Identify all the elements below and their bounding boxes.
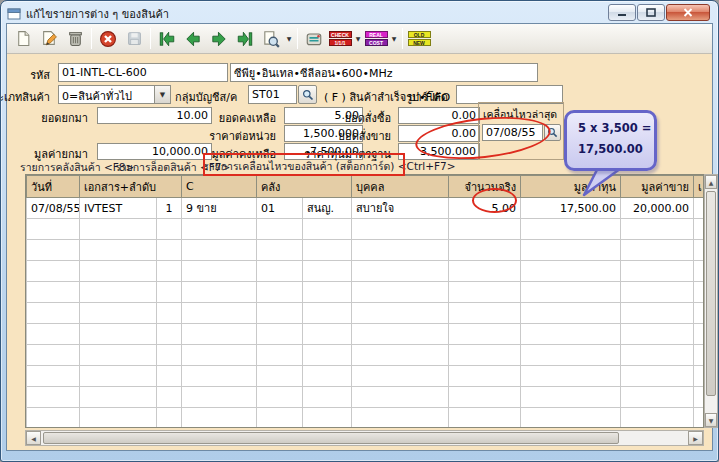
table-cell[interactable] <box>182 345 257 366</box>
table-cell[interactable]: 17,500.00 <box>521 198 621 219</box>
product-name-input[interactable] <box>230 63 538 82</box>
table-cell[interactable] <box>80 345 157 366</box>
table-cell[interactable] <box>182 303 257 324</box>
table-cell[interactable] <box>449 345 521 366</box>
table-cell[interactable] <box>80 261 157 282</box>
table-cell[interactable] <box>27 387 80 408</box>
table-cell[interactable] <box>182 219 257 240</box>
check-stock-dropdown-caret[interactable]: ▼ <box>353 26 363 51</box>
table-cell[interactable] <box>521 345 621 366</box>
table-cell[interactable]: 5.00 <box>449 198 521 219</box>
table-cell[interactable]: 20,000.00 <box>621 198 694 219</box>
table-cell[interactable] <box>621 366 694 387</box>
table-cell[interactable] <box>257 261 303 282</box>
table-cell[interactable] <box>303 219 352 240</box>
purchase-order-input[interactable] <box>398 107 480 124</box>
edit-button[interactable] <box>36 26 62 51</box>
table-cell[interactable] <box>27 282 80 303</box>
table-empty-row[interactable] <box>27 282 705 303</box>
table-cell[interactable] <box>449 282 521 303</box>
note-button[interactable] <box>301 26 327 51</box>
table-cell[interactable] <box>621 387 694 408</box>
stock-table[interactable]: วันที่เอกสาร+ลำดับCคลังบุคคลจำนวนจริงมูล… <box>26 175 704 428</box>
real-cost-dropdown-caret[interactable]: ▼ <box>389 26 399 51</box>
table-cell[interactable] <box>521 240 621 261</box>
account-group-input[interactable] <box>248 85 297 104</box>
table-cell[interactable] <box>157 345 182 366</box>
table-cell[interactable] <box>257 345 303 366</box>
table-cell[interactable] <box>521 282 621 303</box>
table-cell[interactable] <box>521 303 621 324</box>
table-cell[interactable] <box>303 303 352 324</box>
column-header[interactable]: มูลค่าทุน <box>521 176 621 198</box>
table-cell[interactable] <box>521 408 621 429</box>
table-cell[interactable] <box>352 303 449 324</box>
preview-button[interactable] <box>258 26 284 51</box>
brought-forward-value-input[interactable] <box>97 143 212 160</box>
table-cell[interactable] <box>621 324 694 345</box>
real-cost-button[interactable]: REAL COST <box>363 26 389 51</box>
account-group-lookup-button[interactable] <box>298 85 317 104</box>
table-cell[interactable] <box>27 219 80 240</box>
table-cell[interactable] <box>352 261 449 282</box>
table-cell[interactable] <box>449 324 521 345</box>
standard-cost-input[interactable] <box>398 143 480 160</box>
scroll-right-icon[interactable]: ▶ <box>688 431 703 445</box>
table-cell[interactable] <box>80 408 157 429</box>
new-document-button[interactable] <box>10 26 36 51</box>
minimize-button[interactable] <box>608 4 636 21</box>
table-cell[interactable] <box>182 366 257 387</box>
table-cell[interactable]: สบายใจ <box>352 198 449 219</box>
table-empty-row[interactable] <box>27 261 705 282</box>
table-cell[interactable]: IVTEST <box>80 198 157 219</box>
table-cell[interactable] <box>303 345 352 366</box>
horizontal-scrollbar[interactable]: ◀ ▶ <box>25 430 704 446</box>
table-cell[interactable] <box>27 408 80 429</box>
combo-arrow-icon[interactable]: ▼ <box>154 86 170 103</box>
table-cell[interactable] <box>182 261 257 282</box>
column-header[interactable]: เอกสาร+ลำดับ <box>80 176 182 198</box>
table-cell[interactable] <box>521 219 621 240</box>
table-cell[interactable] <box>157 387 182 408</box>
column-header[interactable]: จำนวนจริง <box>449 176 521 198</box>
table-cell[interactable] <box>157 324 182 345</box>
table-cell[interactable] <box>27 240 80 261</box>
previous-record-button[interactable] <box>180 26 206 51</box>
table-empty-row[interactable] <box>27 387 705 408</box>
table-cell[interactable] <box>257 324 303 345</box>
table-cell[interactable] <box>694 345 704 366</box>
maximize-button[interactable] <box>637 4 665 21</box>
table-empty-row[interactable] <box>27 345 705 366</box>
table-cell[interactable] <box>449 219 521 240</box>
table-empty-row[interactable] <box>27 240 705 261</box>
table-cell[interactable] <box>182 282 257 303</box>
table-cell[interactable] <box>694 387 704 408</box>
table-cell[interactable] <box>80 387 157 408</box>
table-cell[interactable] <box>80 240 157 261</box>
table-cell[interactable] <box>80 282 157 303</box>
table-cell[interactable] <box>694 261 704 282</box>
table-empty-row[interactable] <box>27 219 705 240</box>
table-cell[interactable]: 07/08/55 <box>27 198 80 219</box>
preview-dropdown-caret[interactable]: ▼ <box>284 26 294 51</box>
horizontal-scroll-thumb[interactable] <box>43 432 619 444</box>
table-cell[interactable] <box>303 240 352 261</box>
table-cell[interactable]: 01 <box>257 198 303 219</box>
table-empty-row[interactable] <box>27 303 705 324</box>
column-header[interactable]: มูลค่าขาย <box>621 176 694 198</box>
table-cell[interactable] <box>352 219 449 240</box>
table-cell[interactable] <box>621 345 694 366</box>
table-cell[interactable]: 1 <box>157 198 182 219</box>
first-record-button[interactable] <box>154 26 180 51</box>
table-empty-row[interactable] <box>27 324 705 345</box>
scroll-down-icon[interactable]: ▼ <box>705 413 717 427</box>
table-cell[interactable] <box>352 324 449 345</box>
table-cell[interactable] <box>694 366 704 387</box>
column-header[interactable]: บุคคล <box>352 176 449 198</box>
table-cell[interactable] <box>182 240 257 261</box>
table-cell[interactable] <box>303 324 352 345</box>
table-cell[interactable] <box>521 366 621 387</box>
table-cell[interactable] <box>303 387 352 408</box>
table-cell[interactable] <box>352 345 449 366</box>
code-input[interactable] <box>58 63 228 82</box>
